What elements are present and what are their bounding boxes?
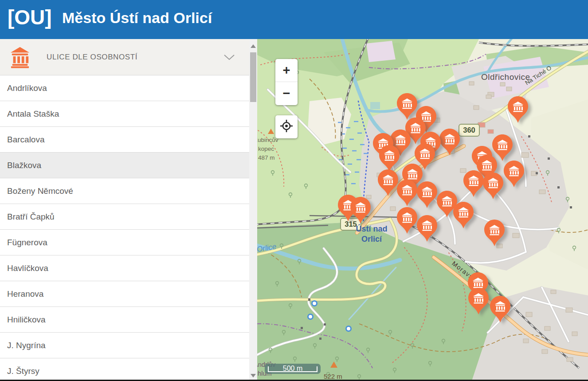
street-name: Blažkova [7, 161, 41, 170]
street-list: Andrlíkova Antala Staška Barcalova Blažk… [0, 75, 249, 381]
bank-pin-icon[interactable] [490, 296, 510, 322]
street-list-item[interactable]: Blažkova [0, 153, 249, 178]
sidebar-scrollbar [249, 39, 257, 381]
bank-pin-icon[interactable] [417, 181, 437, 208]
app-header: [OU] Město Ústí nad Orlicí [0, 0, 588, 39]
map-canvas[interactable]: Oldřichovice Na Tiché O 360 315 Ústí nad… [257, 39, 588, 381]
street-list-item[interactable]: Heranova [0, 281, 249, 307]
zoom-out-button[interactable]: − [275, 82, 298, 105]
street-name: J. Štyrsy [7, 366, 39, 376]
street-list-item[interactable]: Havlíčkova [0, 255, 249, 281]
bank-pin-icon[interactable] [504, 161, 524, 187]
bank-pin-icon[interactable] [397, 93, 417, 120]
scroll-down-arrow-icon[interactable] [251, 374, 256, 377]
street-name: Bratří Čapků [7, 212, 55, 222]
scrollbar-thumb[interactable] [250, 52, 256, 102]
street-name: Fügnerova [7, 238, 47, 247]
street-name: Heranova [7, 289, 43, 299]
bank-pin-icon[interactable] [439, 129, 460, 155]
street-list-item[interactable]: Antala Staška [0, 101, 249, 127]
bank-pin-icon[interactable] [463, 170, 484, 197]
layer-header-toggle[interactable]: ULICE DLE OSOBNOSTÍ [0, 39, 249, 75]
bank-pin-icon[interactable] [453, 202, 474, 228]
bank-pin-icon[interactable] [483, 173, 503, 199]
street-name: Antala Staška [7, 109, 59, 119]
bank-pin-icon[interactable] [468, 288, 489, 314]
street-name: Boženy Němcové [7, 186, 73, 196]
scale-bar: 500 m [265, 364, 321, 374]
marker-layer [257, 39, 588, 381]
street-list-item[interactable]: Barcalova [0, 127, 249, 153]
bank-icon [10, 46, 30, 70]
street-name: Barcalova [7, 135, 45, 145]
locate-button[interactable] [275, 115, 298, 138]
bank-pin-icon[interactable] [379, 145, 400, 172]
street-list-item[interactable]: Boženy Němcové [0, 178, 249, 204]
sidebar: ULICE DLE OSOBNOSTÍ Andrlíkova Antala St… [0, 39, 249, 381]
chevron-down-icon[interactable] [223, 54, 235, 62]
layer-title: ULICE DLE OSOBNOSTÍ [47, 53, 137, 62]
street-name: J. Nygrína [7, 341, 46, 350]
ou-logo: [OU] [8, 5, 52, 29]
bank-pin-icon[interactable] [397, 207, 417, 234]
scale-label: 500 m [265, 365, 321, 373]
bank-pin-icon[interactable] [397, 180, 417, 206]
zoom-in-button[interactable]: + [275, 59, 298, 82]
street-list-item[interactable]: Fügnerova [0, 230, 249, 255]
page-title: Město Ústí nad Orlicí [62, 9, 212, 27]
street-list-item[interactable]: Bratří Čapků [0, 204, 249, 230]
crosshair-icon [280, 119, 293, 134]
bank-pin-icon[interactable] [350, 197, 371, 224]
street-name: Hniličkova [7, 315, 46, 325]
bank-pin-icon[interactable] [484, 220, 505, 246]
bank-pin-icon[interactable] [508, 96, 528, 123]
street-list-item[interactable]: Andrlíkova [0, 75, 249, 101]
street-list-item[interactable]: J. Nygrína [0, 333, 249, 358]
street-list-item[interactable]: J. Štyrsy [0, 358, 249, 381]
bank-pin-icon[interactable] [378, 169, 398, 196]
zoom-control: + − [275, 59, 298, 105]
street-list-item[interactable]: Hniličkova [0, 307, 249, 333]
scroll-up-arrow-icon[interactable] [251, 44, 256, 48]
street-name: Andrlíkova [7, 83, 47, 93]
bank-pin-icon[interactable] [417, 215, 437, 242]
street-name: Havlíčkova [7, 263, 48, 273]
